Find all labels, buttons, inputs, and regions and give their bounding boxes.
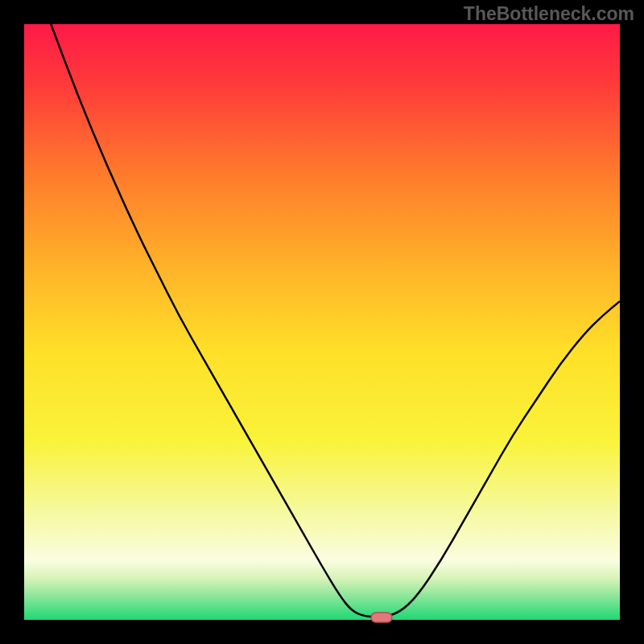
optimal-marker [371, 613, 392, 622]
chart-container: TheBottleneck.com [0, 0, 644, 644]
watermark-label: TheBottleneck.com [464, 3, 634, 25]
bottleneck-chart [0, 0, 644, 644]
plot-background [24, 24, 620, 620]
